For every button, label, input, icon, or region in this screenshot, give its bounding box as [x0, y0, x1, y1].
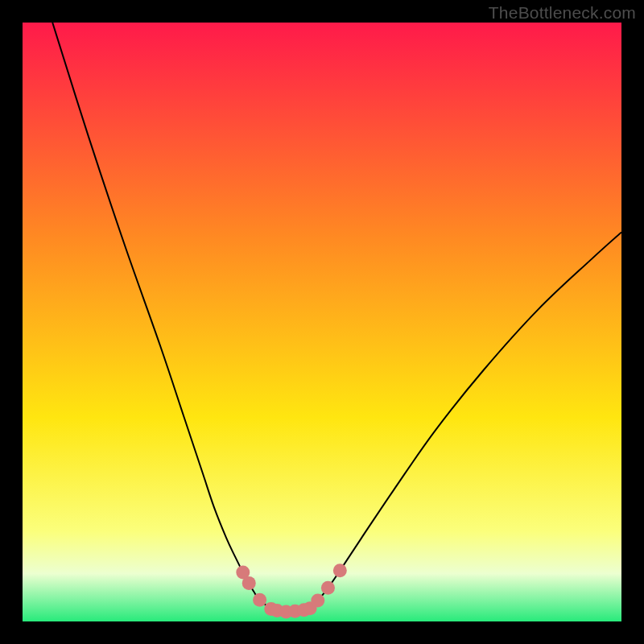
- marker-dot: [253, 593, 266, 607]
- gradient-bg: [23, 23, 621, 621]
- plot-svg: [23, 23, 621, 621]
- chart-frame: TheBottleneck.com: [0, 0, 644, 644]
- marker-dot: [321, 581, 335, 595]
- marker-dot: [311, 593, 324, 607]
- marker-dot: [242, 576, 256, 590]
- watermark-text: TheBottleneck.com: [489, 3, 636, 23]
- plot-area: [23, 23, 621, 621]
- marker-dot: [333, 564, 347, 577]
